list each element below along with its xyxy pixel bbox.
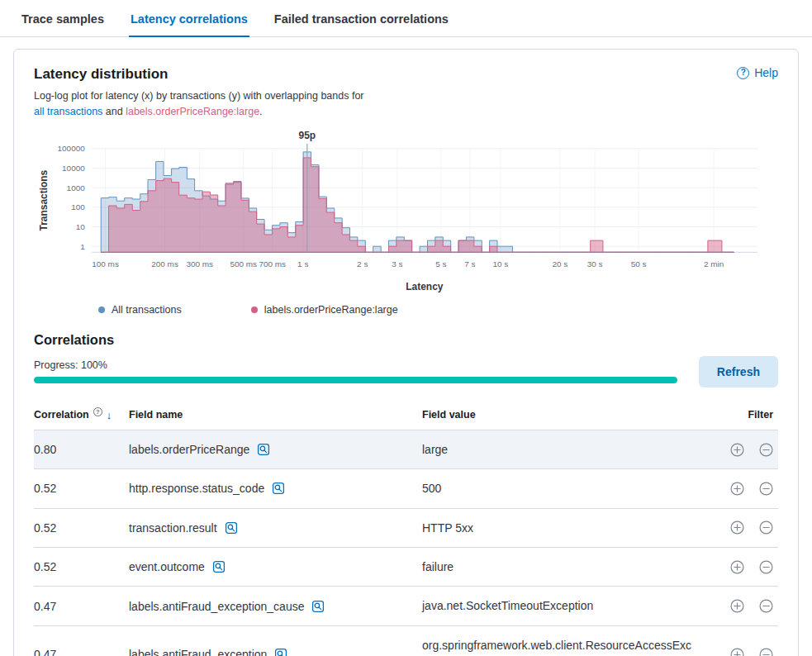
svg-text:10: 10 — [76, 222, 86, 231]
field-value: failure — [422, 558, 704, 576]
all-transactions-link[interactable]: all transactions — [34, 106, 102, 117]
field-name: labels.orderPriceRange — [129, 443, 249, 456]
legend-label: labels.orderPriceRange:large — [264, 304, 398, 316]
legend-label: All transactions — [112, 304, 182, 316]
inspect-icon[interactable] — [257, 443, 270, 456]
svg-text:7 s: 7 s — [464, 259, 475, 269]
filter-column-header: Filter — [704, 409, 778, 421]
table-row[interactable]: 0.52 event.outcome failure — [34, 547, 778, 586]
tab-failed-transaction-correlations[interactable]: Failed transaction correlations — [273, 0, 450, 37]
svg-text:1 s: 1 s — [297, 259, 308, 269]
correlations-title: Correlations — [34, 332, 778, 348]
legend-item[interactable]: labels.orderPriceRange:large — [251, 304, 398, 316]
svg-text:Latency: Latency — [406, 281, 443, 292]
inspect-icon[interactable] — [311, 600, 325, 613]
field-name: event.outcome — [129, 560, 205, 573]
filter-include-icon[interactable] — [730, 443, 744, 457]
filter-exclude-icon[interactable] — [759, 599, 773, 613]
inspect-icon[interactable] — [274, 648, 287, 656]
svg-text:700 ms: 700 ms — [259, 259, 286, 269]
field-name-column-header: Field name — [129, 409, 422, 421]
description-line1: Log-log plot for latency (x) by transact… — [34, 88, 364, 104]
correlation-value: 0.52 — [34, 560, 129, 573]
field-name: http.response.status_code — [129, 482, 264, 495]
legend-item[interactable]: All transactions — [98, 304, 182, 316]
field-value: large — [422, 440, 704, 459]
svg-text:3 s: 3 s — [392, 259, 402, 269]
svg-text:100: 100 — [71, 202, 85, 212]
correlation-value: 0.47 — [34, 648, 129, 656]
table-row[interactable]: 0.52 transaction.result HTTP 5xx — [34, 508, 778, 547]
svg-text:50 s: 50 s — [631, 259, 647, 269]
svg-text:95p: 95p — [299, 130, 316, 141]
inspect-icon[interactable] — [212, 560, 226, 573]
latency-distribution-chart: 11010010001000010000095p100 ms200 ms300 … — [34, 129, 778, 297]
svg-text:1000: 1000 — [67, 183, 86, 192]
svg-text:200 ms: 200 ms — [151, 259, 178, 269]
sort-descending-icon: ↓ — [107, 409, 112, 421]
order-price-range-link[interactable]: labels.orderPriceRange:large — [126, 106, 259, 117]
field-name: labels.antiFraud_exception_cause — [129, 600, 304, 613]
inspect-icon[interactable] — [225, 521, 238, 535]
field-value-column-header: Field value — [422, 409, 704, 421]
correlations-table: Correlation ? ↓ Field name Field value F… — [34, 404, 778, 656]
filter-exclude-icon[interactable] — [759, 482, 773, 496]
help-button[interactable]: ? Help — [737, 66, 778, 79]
correlation-value: 0.80 — [34, 443, 129, 456]
svg-text:2 s: 2 s — [357, 259, 368, 269]
chart-legend: All transactionslabels.orderPriceRange:l… — [34, 304, 778, 316]
chart-description: Log-log plot for latency (x) by transact… — [34, 88, 364, 121]
field-name: transaction.result — [129, 521, 217, 535]
svg-text:500 ms: 500 ms — [230, 259, 257, 269]
filter-include-icon[interactable] — [730, 482, 744, 496]
inspect-icon[interactable] — [272, 482, 285, 495]
correlation-column-header[interactable]: Correlation ? ↓ — [34, 409, 129, 421]
filter-include-icon[interactable] — [730, 648, 744, 656]
filter-include-icon[interactable] — [730, 560, 744, 574]
svg-text:2 min: 2 min — [704, 259, 724, 269]
field-value: 500 — [422, 479, 704, 497]
correlation-value: 0.47 — [34, 600, 129, 613]
latency-correlations-panel: Latency distribution Log-log plot for la… — [13, 49, 799, 656]
tab-bar: Trace samples Latency correlations Faile… — [0, 0, 812, 37]
page-title: Latency distribution — [34, 66, 364, 83]
progress-bar — [34, 377, 677, 383]
tab-trace-samples[interactable]: Trace samples — [20, 0, 106, 37]
correlation-value: 0.52 — [34, 482, 129, 495]
svg-text:5 s: 5 s — [435, 259, 446, 269]
table-header-row: Correlation ? ↓ Field name Field value F… — [34, 404, 778, 430]
field-value: java.net.SocketTimeoutException — [422, 597, 704, 615]
svg-text:300 ms: 300 ms — [186, 259, 213, 269]
table-row[interactable]: 0.52 http.response.status_code 500 — [34, 468, 778, 507]
svg-text:10000: 10000 — [62, 164, 85, 173]
field-name: labels.antiFraud_exception — [129, 648, 267, 656]
progress-fill — [34, 377, 677, 383]
help-icon: ? — [737, 67, 749, 79]
svg-text:1: 1 — [80, 241, 85, 250]
filter-exclude-icon[interactable] — [759, 443, 773, 457]
filter-exclude-icon[interactable] — [759, 648, 773, 656]
table-body: 0.80 labels.orderPriceRange large — [34, 430, 778, 656]
progress-label: Progress: 100% — [34, 359, 677, 371]
filter-exclude-icon[interactable] — [759, 560, 773, 574]
svg-text:10 s: 10 s — [493, 259, 509, 269]
filter-include-icon[interactable] — [730, 599, 744, 613]
question-in-circle-icon: ? — [93, 407, 102, 416]
correlation-value: 0.52 — [34, 521, 129, 535]
table-row[interactable]: 0.47 labels.antiFraud_exception_cause ja… — [34, 586, 778, 625]
svg-text:100 ms: 100 ms — [92, 259, 119, 269]
legend-dot-icon — [251, 307, 258, 313]
refresh-button[interactable]: Refresh — [699, 356, 778, 387]
filter-exclude-icon[interactable] — [759, 521, 773, 535]
svg-text:100000: 100000 — [58, 144, 86, 153]
table-row[interactable]: 0.80 labels.orderPriceRange large — [34, 430, 778, 468]
svg-text:20 s: 20 s — [553, 259, 568, 269]
field-value: HTTP 5xx — [422, 519, 704, 537]
field-value: org.springframework.web.client.ResourceA… — [422, 636, 704, 656]
svg-text:30 s: 30 s — [587, 259, 603, 269]
svg-text:Transactions: Transactions — [38, 169, 50, 231]
legend-dot-icon — [98, 307, 105, 313]
table-row[interactable]: 0.47 labels.antiFraud_exception org.spri… — [34, 625, 778, 656]
tab-latency-correlations[interactable]: Latency correlations — [129, 0, 249, 37]
filter-include-icon[interactable] — [730, 521, 744, 535]
